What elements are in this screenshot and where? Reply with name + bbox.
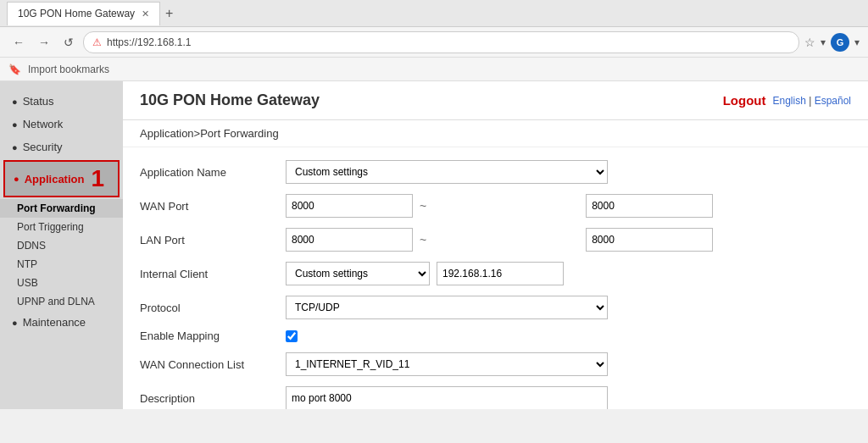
sidebar-label-application: Application xyxy=(25,173,85,186)
back-button[interactable]: ← xyxy=(8,34,29,51)
forward-button[interactable]: → xyxy=(34,34,54,51)
security-bullet-icon: ● xyxy=(12,142,18,152)
sidebar-sub-port-triggering[interactable]: Port Triggering xyxy=(0,218,123,236)
tab-title: 10G PON Home Gateway xyxy=(18,8,135,19)
bookmark-menu-icon[interactable]: ▾ xyxy=(821,36,826,48)
app-name-select[interactable]: Custom settings xyxy=(286,160,608,184)
wan-port-tilde: ~ xyxy=(420,199,426,213)
sidebar-label-security: Security xyxy=(23,141,63,153)
lan-port-controls: ~ xyxy=(286,228,851,252)
active-tab[interactable]: 10G PON Home Gateway ✕ xyxy=(7,2,160,25)
lang-espanol-link[interactable]: Español xyxy=(815,95,851,107)
bookmark-label[interactable]: Import bookmarks xyxy=(28,64,109,75)
sidebar: ● Status ● Network ● Security ● Applicat… xyxy=(0,81,123,409)
protocol-controls: TCP/UDP TCP UDP xyxy=(286,296,851,319)
sidebar-sub-label-usb: USB xyxy=(17,277,38,289)
wan-conn-label: WAN Connection List xyxy=(140,358,275,371)
description-input[interactable] xyxy=(286,386,608,409)
sidebar-sub-usb[interactable]: USB xyxy=(0,274,123,292)
bookmark-star-icon[interactable]: ☆ xyxy=(804,36,815,49)
language-links: English | Español xyxy=(772,95,851,107)
lang-english-link[interactable]: English xyxy=(772,95,805,107)
main-container: ● Status ● Network ● Security ● Applicat… xyxy=(0,81,868,409)
network-bullet-icon: ● xyxy=(12,119,18,130)
wan-port-label: WAN Port xyxy=(140,200,275,213)
sidebar-sub-label-ntp: NTP xyxy=(17,258,37,270)
profile-avatar[interactable]: G xyxy=(831,33,849,52)
wan-conn-controls: 1_INTERNET_R_VID_11 xyxy=(286,352,851,376)
bookmark-icon: 🔖 xyxy=(8,64,21,75)
protocol-label: Protocol xyxy=(140,302,275,314)
internal-client-select[interactable]: Custom settings xyxy=(286,262,430,285)
enable-mapping-checkbox[interactable] xyxy=(286,330,298,342)
bookmark-bar: 🔖 Import bookmarks xyxy=(0,58,868,81)
url-text: https://192.168.1.1 xyxy=(107,36,191,48)
form-row-wan-port: WAN Port ~ xyxy=(140,194,851,218)
lang-separator: | xyxy=(809,95,811,107)
profile-menu-icon[interactable]: ▾ xyxy=(854,36,860,48)
sidebar-sub-ntp[interactable]: NTP xyxy=(0,255,123,274)
wan-port-controls: ~ xyxy=(286,194,851,218)
nav-bar: ← → ↺ ⚠ https://192.168.1.1 ☆ ▾ G ▾ xyxy=(0,27,868,58)
form-row-description: Description xyxy=(140,386,851,409)
refresh-button[interactable]: ↺ xyxy=(59,34,78,51)
new-tab-button[interactable]: + xyxy=(165,6,173,21)
wan-conn-select[interactable]: 1_INTERNET_R_VID_11 xyxy=(286,352,608,376)
sidebar-item-network[interactable]: ● Network xyxy=(0,113,123,136)
security-warning-icon: ⚠ xyxy=(92,36,102,48)
enable-mapping-label: Enable Mapping xyxy=(140,329,275,342)
form-row-enable-mapping: Enable Mapping xyxy=(140,329,851,342)
protocol-select[interactable]: TCP/UDP TCP UDP xyxy=(286,296,608,319)
description-controls xyxy=(286,386,851,409)
form-row-lan-port: LAN Port ~ xyxy=(140,228,851,252)
sidebar-label-maintenance: Maintenance xyxy=(23,316,86,329)
application-bullet-icon: ● xyxy=(14,174,19,184)
form-row-wan-conn: WAN Connection List 1_INTERNET_R_VID_11 xyxy=(140,352,851,376)
app-name-controls: Custom settings xyxy=(286,160,851,184)
form-row-app-name: Application Name Custom settings xyxy=(140,160,851,184)
tab-close-btn[interactable]: ✕ xyxy=(142,8,149,19)
breadcrumb: Application>Port Forwarding xyxy=(123,120,868,147)
content-area: 10G PON Home Gateway Logout English | Es… xyxy=(123,81,868,409)
page-title: 10G PON Home Gateway xyxy=(140,91,320,109)
sidebar-item-status[interactable]: ● Status xyxy=(0,90,123,113)
sidebar-sub-upnp[interactable]: UPNP and DLNA xyxy=(0,292,123,311)
enable-mapping-controls xyxy=(286,330,851,342)
app-name-label: Application Name xyxy=(140,166,275,179)
sidebar-sub-label-port-triggering: Port Triggering xyxy=(17,221,84,233)
address-bar: ⚠ https://192.168.1.1 xyxy=(83,31,799,53)
sidebar-item-maintenance[interactable]: ● Maintenance xyxy=(0,311,123,334)
sidebar-sub-label-ddns: DDNS xyxy=(17,240,46,252)
lan-port-to-input[interactable] xyxy=(586,228,713,252)
form-row-internal-client: Internal Client Custom settings xyxy=(140,262,851,285)
header-right: Logout English | Español xyxy=(723,93,851,108)
sidebar-sub-label-upnp: UPNP and DLNA xyxy=(17,296,95,307)
status-bullet-icon: ● xyxy=(12,97,18,107)
form-row-protocol: Protocol TCP/UDP TCP UDP xyxy=(140,296,851,319)
internal-client-ip-input[interactable] xyxy=(437,262,564,285)
description-label: Description xyxy=(140,392,275,405)
lan-port-tilde: ~ xyxy=(420,233,426,246)
annotation-1: 1 xyxy=(91,165,104,192)
logout-button[interactable]: Logout xyxy=(723,93,766,108)
lan-port-label: LAN Port xyxy=(140,234,275,246)
wan-port-to-input[interactable] xyxy=(586,194,713,218)
wan-port-from-input[interactable] xyxy=(286,194,413,218)
form-content: Application Name Custom settings WAN Por… xyxy=(123,147,868,409)
sidebar-item-application[interactable]: ● Application 1 xyxy=(3,160,120,197)
maintenance-bullet-icon: ● xyxy=(12,318,18,328)
sidebar-label-status: Status xyxy=(23,95,54,108)
sidebar-sub-label-port-forwarding: Port Forwarding xyxy=(17,202,96,214)
page-header: 10G PON Home Gateway Logout English | Es… xyxy=(123,81,868,120)
sidebar-item-security[interactable]: ● Security xyxy=(0,136,123,158)
sidebar-sub-ddns[interactable]: DDNS xyxy=(0,236,123,255)
lan-port-from-input[interactable] xyxy=(286,228,413,252)
internal-client-controls: Custom settings xyxy=(286,262,851,285)
internal-client-label: Internal Client xyxy=(140,268,275,280)
sidebar-sub-port-forwarding[interactable]: Port Forwarding xyxy=(0,199,123,218)
sidebar-label-network: Network xyxy=(23,118,64,130)
tab-bar: 10G PON Home Gateway ✕ + xyxy=(0,0,868,27)
